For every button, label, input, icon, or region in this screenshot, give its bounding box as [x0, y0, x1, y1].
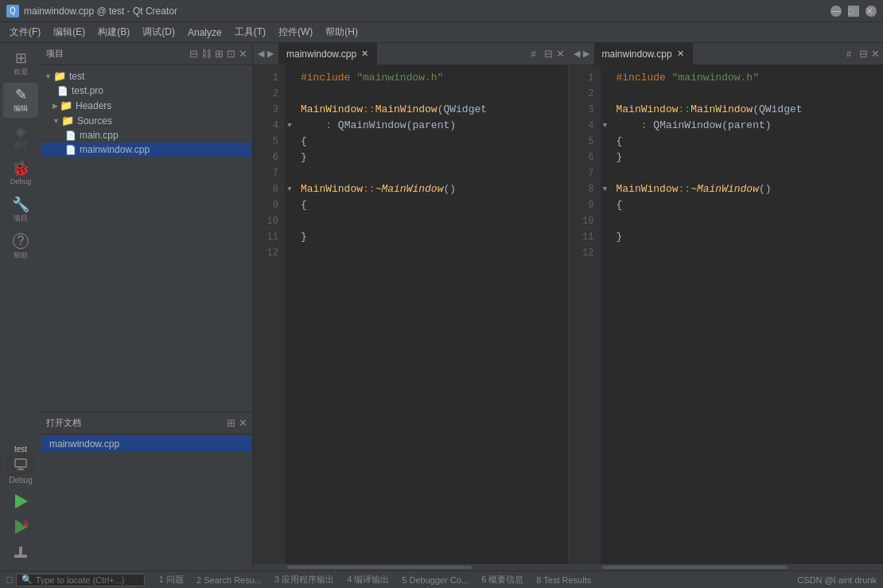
- sidebar-label-project: 项目: [14, 213, 28, 224]
- code-line-1-right: #include "mainwindow.h": [617, 70, 884, 86]
- fold-markers-right: ▼ ▼: [601, 65, 610, 564]
- project-icon: 🔧: [12, 197, 29, 212]
- maximize-button[interactable]: □: [848, 6, 859, 17]
- left-pane-nav-next[interactable]: ▶: [266, 49, 275, 59]
- line-num-6-left: 6: [253, 150, 285, 165]
- right-hash-btn[interactable]: #: [842, 43, 856, 64]
- debug-run-button[interactable]: 🐞: [3, 515, 38, 539]
- tree-item-test[interactable]: ▼ 📁 test: [41, 68, 252, 84]
- code-line-8-right: MainWindow::~MainWindow(): [617, 181, 884, 197]
- code-editor-right[interactable]: 1 2 3 4 5 6 7 8 9 10 11 12: [569, 65, 884, 564]
- left-hash-btn[interactable]: #: [527, 43, 541, 64]
- menu-widgets[interactable]: 控件(W): [272, 23, 319, 41]
- sidebar-item-welcome[interactable]: ⊞ 欢迎: [3, 46, 38, 81]
- sidebar-item-design[interactable]: ◈ 设计: [3, 119, 38, 154]
- menu-analyze[interactable]: Analyze: [181, 25, 228, 41]
- status-item-search[interactable]: 2 Search Resu...: [192, 575, 266, 585]
- link-icon[interactable]: ⛓: [201, 48, 212, 60]
- fold-4-left[interactable]: ▼: [285, 118, 294, 134]
- close-panel-icon[interactable]: ✕: [239, 48, 247, 60]
- menu-edit[interactable]: 编辑(E): [47, 23, 91, 41]
- status-item-overview[interactable]: 6 概要信息: [477, 574, 528, 586]
- fold-1-left: [285, 70, 294, 86]
- tree-item-mainwindow-cpp[interactable]: 📄 mainwindow.cpp: [41, 142, 252, 157]
- minimize-button[interactable]: —: [830, 6, 842, 17]
- opendoc-mainwindow-cpp[interactable]: mainwindow.cpp: [41, 436, 252, 452]
- sidebar-item-help[interactable]: ? 帮助: [3, 229, 38, 264]
- split-icon[interactable]: ⊡: [227, 48, 235, 60]
- tree-item-sources[interactable]: ▼ 📁 Sources: [41, 113, 252, 128]
- code-line-8-left: MainWindow::~MainWindow(): [301, 181, 568, 197]
- code-line-12-right: [617, 245, 884, 261]
- menu-tools[interactable]: 工具(T): [228, 23, 272, 41]
- tab-close-right[interactable]: ✕: [677, 49, 684, 59]
- edit-icon: ✎: [15, 88, 27, 102]
- build-button[interactable]: [3, 540, 38, 564]
- code-line-12-left: [301, 245, 568, 261]
- left-pane-nav-prev[interactable]: ◀: [256, 49, 266, 59]
- help-icon: ?: [13, 233, 29, 249]
- pane-split-icon-left[interactable]: ⊟: [544, 48, 553, 60]
- expand-icon[interactable]: ⊞: [215, 48, 224, 60]
- pane-split-icon-right[interactable]: ⊟: [859, 48, 868, 60]
- pane-close-icon-left[interactable]: ✕: [556, 48, 565, 60]
- right-pane-nav-prev[interactable]: ◀: [572, 49, 582, 59]
- line-num-11-left: 11: [253, 229, 285, 245]
- svg-rect-7: [14, 555, 27, 558]
- svg-text:🐞: 🐞: [22, 520, 29, 527]
- fold-8-right[interactable]: ▼: [601, 181, 610, 197]
- line-num-3-left: 3: [253, 102, 285, 118]
- tree-item-headers[interactable]: ▶ 📁 Headers: [41, 98, 252, 113]
- menubar: 文件(F) 编辑(E) 构建(B) 调试(D) Analyze 工具(T) 控件…: [0, 22, 883, 43]
- sidebar-label-debug: Debug: [10, 177, 32, 185]
- opendocs-list: mainwindow.cpp: [41, 434, 252, 570]
- fold-4-right[interactable]: ▼: [601, 118, 610, 134]
- pane-close-icon-right[interactable]: ✕: [871, 48, 880, 60]
- filter-icon[interactable]: ⊟: [189, 48, 198, 60]
- kit-debug-icon[interactable]: [6, 454, 35, 476]
- opendocs-split-icon[interactable]: ⊞: [227, 417, 235, 429]
- right-pane-nav-next[interactable]: ▶: [582, 49, 591, 59]
- status-item-testresults[interactable]: 8 Test Results: [531, 575, 596, 585]
- line-numbers-left: 1 2 3 4 5 6 7 8 9 10 11 12: [253, 65, 285, 564]
- menu-debug[interactable]: 调试(D): [136, 23, 181, 41]
- tree-label-main-cpp: main.cpp: [80, 130, 119, 141]
- status-search-input[interactable]: [36, 575, 139, 585]
- status-item-issues[interactable]: 1 问题: [154, 574, 189, 586]
- fold-8-left[interactable]: ▼: [285, 181, 294, 197]
- sidebar-item-edit[interactable]: ✎ 编辑: [3, 83, 38, 118]
- line-num-9-left: 9: [253, 197, 285, 213]
- code-content-left[interactable]: #include "mainwindow.h" MainWindow::Main…: [294, 65, 568, 564]
- menu-help[interactable]: 帮助(H): [319, 23, 364, 41]
- line-num-12-left: 12: [253, 245, 285, 261]
- code-content-right[interactable]: #include "mainwindow.h" MainWindow::Main…: [610, 65, 884, 564]
- folder-test-icon: 📁: [53, 70, 66, 82]
- hscroll-right[interactable]: [569, 564, 884, 570]
- line-num-10-left: 10: [253, 213, 285, 229]
- status-item-appoutput[interactable]: 3 应用程序输出: [270, 574, 339, 586]
- tab-close-left[interactable]: ✕: [361, 49, 368, 59]
- close-button[interactable]: ✕: [865, 6, 877, 17]
- code-line-4-right: : QMainWindow(parent): [617, 118, 884, 134]
- run-button[interactable]: [3, 489, 38, 513]
- tree-item-test-pro[interactable]: 📄 test.pro: [41, 84, 252, 98]
- svg-rect-0: [15, 459, 26, 467]
- tab-mainwindow-cpp-left[interactable]: mainwindow.cpp ✕: [278, 43, 377, 64]
- status-item-debugger[interactable]: 5 Debugger Co...: [397, 575, 473, 585]
- tree-item-main-cpp[interactable]: 📄 main.cpp: [41, 128, 252, 142]
- menu-build[interactable]: 构建(B): [91, 23, 136, 41]
- menu-file[interactable]: 文件(F): [3, 23, 47, 41]
- project-panel-header: 项目 ⊟ ⛓ ⊞ ⊡ ✕: [41, 43, 252, 65]
- hscroll-left[interactable]: [253, 564, 568, 570]
- sidebar-label-design: 设计: [14, 140, 28, 150]
- status-search-box[interactable]: 🔍: [16, 574, 145, 586]
- tab-mainwindow-cpp-right[interactable]: mainwindow.cpp ✕: [594, 43, 693, 64]
- opendocs-close-icon[interactable]: ✕: [239, 417, 247, 429]
- sidebar-item-project[interactable]: 🔧 项目: [3, 193, 38, 228]
- tree-label-mainwindow-cpp: mainwindow.cpp: [80, 144, 150, 155]
- fold-6-right: [601, 150, 610, 165]
- line-num-2-right: 2: [569, 86, 601, 102]
- sidebar-item-debug[interactable]: 🐞 Debug: [3, 156, 38, 191]
- code-editor-left[interactable]: 1 2 3 4 5 6 7 8 9 10 11 12: [253, 65, 568, 564]
- status-item-compile[interactable]: 4 编译输出: [342, 574, 394, 586]
